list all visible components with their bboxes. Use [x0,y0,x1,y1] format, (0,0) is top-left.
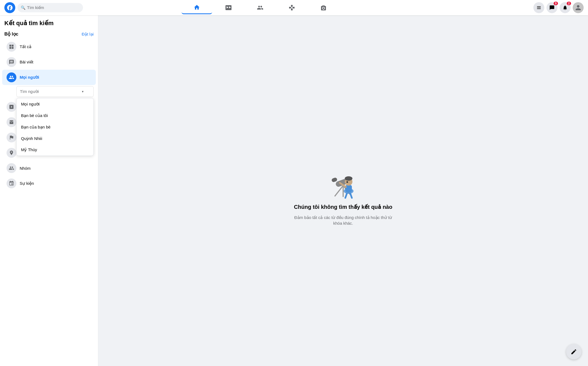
nav-watch[interactable] [213,1,244,14]
dropdown-option-quynh[interactable]: Quỳnh Nhiii [17,133,93,144]
people-filter-container: Tìm người ▾ Mọi người Bạn bè của tôi Bạn… [16,86,94,97]
filter-header: Bộ lọc Đặt lại [0,30,98,39]
messenger-button[interactable]: 9 [547,2,557,13]
facebook-logo[interactable] [4,2,15,13]
svg-point-11 [345,176,352,181]
people-filter-select[interactable]: Tìm người ▾ [16,86,94,97]
svg-line-7 [350,193,352,198]
topnav-search[interactable]: 🔍 Tìm kiếm [17,3,83,12]
no-results-subtitle: Đảm bảo tất cả các từ đều đúng chính tả … [291,215,395,226]
sidebar-item-groups-label: Nhóm [20,166,31,171]
pages-icon [7,133,16,142]
posts-icon [7,57,16,67]
nav-marketplace[interactable] [308,1,339,14]
svg-point-12 [346,181,348,183]
search-placeholder: Tìm kiếm [27,5,44,10]
places-icon [7,148,16,158]
dropdown-option-all[interactable]: Mọi người [17,98,93,110]
dropdown-option-friends-of-friends[interactable]: Bạn của bạn bè [17,121,93,133]
notifications-badge: 2 [567,2,571,5]
no-results-title: Chúng tôi không tìm thấy kết quả nào [294,204,392,210]
dropdown-option-friends[interactable]: Bạn bè của tôi [17,110,93,121]
people-filter-placeholder: Tìm người [20,89,39,94]
all-icon [7,42,16,52]
sidebar-item-posts[interactable]: Bài viết [2,54,96,70]
sidebar-item-all-label: Tất cả [20,44,31,49]
user-avatar[interactable] [573,2,584,13]
sidebar-item-posts-label: Bài viết [20,60,33,65]
topnav-nav [182,1,339,14]
main-content: Chúng tôi không tìm thấy kết quả nào Đảm… [98,15,588,366]
topnav: 🔍 Tìm kiếm 9 2 [0,0,588,15]
dropdown-option-thuy[interactable]: Mỹ Thùy [17,144,93,156]
dropdown-arrow-icon: ▾ [82,90,84,93]
sidebar: Kết quả tìm kiếm Bộ lọc Đặt lại Tất cả B… [0,15,98,366]
filter-label: Bộ lọc [4,31,18,37]
marketplace-icon [7,117,16,127]
no-results-illustration [321,156,365,199]
svg-line-6 [345,193,347,198]
events-icon [7,178,16,188]
svg-line-0 [335,186,343,196]
people-filter-dropdown: Mọi người Bạn bè của tôi Bạn của bạn bè … [16,98,94,156]
groups-icon [7,163,16,173]
nav-gaming[interactable] [277,1,307,14]
sidebar-item-events-label: Sự kiện [20,181,34,186]
sidebar-item-groups[interactable]: Nhóm [2,160,96,176]
nav-friends[interactable] [245,1,275,14]
messenger-badge: 9 [554,2,558,5]
sidebar-item-people[interactable]: Mọi người [2,70,96,85]
page-title: Kết quả tìm kiếm [0,20,98,30]
notifications-button[interactable]: 2 [560,2,571,13]
svg-rect-4 [331,177,338,183]
sidebar-item-events[interactable]: Sự kiện [2,176,96,191]
topnav-actions: 9 2 [533,2,584,13]
people-icon [7,72,16,82]
compose-fab[interactable] [566,344,581,359]
svg-rect-8 [345,185,352,192]
menu-button[interactable] [533,2,544,13]
reset-button[interactable]: Đặt lại [82,32,94,37]
video-icon [7,102,16,112]
sidebar-item-people-label: Mọi người [20,75,39,80]
search-icon: 🔍 [21,5,25,10]
sidebar-item-all[interactable]: Tất cả [2,39,96,54]
main-layout: Kết quả tìm kiếm Bộ lọc Đặt lại Tất cả B… [0,15,588,366]
nav-home[interactable] [182,1,212,14]
